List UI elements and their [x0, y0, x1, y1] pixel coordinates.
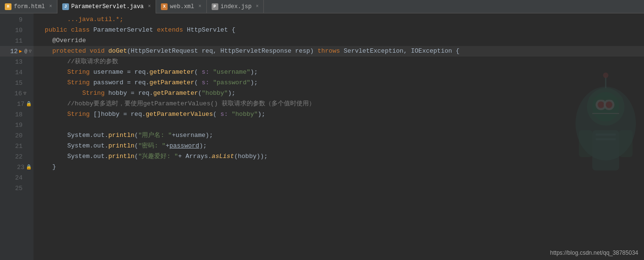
- code-editor[interactable]: ...java.util.*; public class ParameterSe…: [34, 13, 644, 260]
- tab-indexjsp[interactable]: P index.jsp ×: [207, 0, 264, 13]
- line-number-14: 14: [13, 69, 23, 76]
- tab-webxml[interactable]: X web.xml ×: [156, 0, 206, 13]
- margin-line-10: 10: [0, 25, 34, 35]
- code-text-14: String username = req.getParameter( s: "…: [37, 67, 258, 78]
- left-gutter: 9 10 11 12 ▶ @ ▽ 13: [0, 13, 34, 260]
- code-text-20: System.out.println("用户名: "+username);: [37, 130, 213, 141]
- code-line-10: public class ParameterServlet extends Ht…: [34, 25, 644, 35]
- code-line-14: String username = req.getParameter( s: "…: [34, 67, 644, 78]
- gutter-lock-17: 🔒: [26, 101, 32, 107]
- line-number-13: 13: [13, 58, 23, 66]
- editor-container: H form.html × J ParameterServlet.java × …: [0, 0, 644, 260]
- tab-label-indexjsp: index.jsp: [221, 3, 252, 10]
- code-line-9: ...java.util.*;: [34, 14, 644, 25]
- code-line-11: @Override: [34, 35, 644, 46]
- line-number-22: 22: [13, 153, 23, 160]
- margin-line-12: 12 ▶ @ ▽: [0, 46, 34, 57]
- editor-body: 9 10 11 12 ▶ @ ▽ 13: [0, 13, 644, 260]
- code-line-22: System.out.println("兴趣爱好: "+ Arrays.asLi…: [34, 151, 644, 162]
- line-number-17: 17: [15, 101, 24, 108]
- line-number-20: 20: [13, 132, 23, 139]
- code-text-22: System.out.println("兴趣爱好: "+ Arrays.asLi…: [37, 151, 268, 162]
- line-number-11: 11: [13, 37, 23, 45]
- url-watermark: https://blog.csdn.net/qq_38785034: [550, 249, 638, 256]
- margin-line-25: 25: [0, 183, 34, 193]
- margin-line-24: 24: [0, 172, 34, 183]
- line-number-10: 10: [13, 27, 23, 34]
- line-number-16: 16: [12, 90, 22, 97]
- margin-line-16: 16 ▽: [0, 88, 34, 99]
- code-text-12: protected void doGet(HttpServletRequest …: [37, 46, 460, 57]
- code-line-24: [34, 172, 644, 183]
- tab-bar: H form.html × J ParameterServlet.java × …: [0, 0, 644, 13]
- line-number-23: 23: [15, 164, 24, 171]
- code-text-18: String []hobby = req.getParameterValues(…: [37, 109, 265, 120]
- code-line-19: [34, 120, 644, 130]
- code-text-9: ...java.util.*;: [37, 14, 123, 25]
- tab-icon-form: H: [5, 3, 11, 10]
- margin-line-21: 21: [0, 141, 34, 151]
- code-text-21: System.out.println("密码: "+password);: [37, 141, 207, 151]
- line-number-9: 9: [13, 16, 23, 23]
- code-line-21: System.out.println("密码: "+password);: [34, 141, 644, 151]
- code-line-15: String password = req.getParameter( s: "…: [34, 78, 644, 88]
- margin-line-13: 13: [0, 57, 34, 67]
- margin-line-15: 15: [0, 78, 34, 88]
- code-line-18: String []hobby = req.getParameterValues(…: [34, 109, 644, 120]
- line-number-18: 18: [13, 111, 23, 118]
- tab-label-parameterservlet: ParameterServlet.java: [71, 3, 144, 10]
- code-line-20: System.out.println("用户名: "+username);: [34, 130, 644, 141]
- margin-line-11: 11: [0, 35, 34, 46]
- margin-line-9: 9: [0, 14, 34, 25]
- line-number-12: 12: [8, 48, 18, 55]
- tab-label-form: form.html: [14, 3, 45, 10]
- code-text-17: //hobby要多选时，要使用getParameterValues() 获取请求…: [37, 99, 315, 109]
- margin-line-20: 20: [0, 130, 34, 141]
- margin-line-18: 18: [0, 109, 34, 120]
- code-line-23: }: [34, 162, 644, 172]
- code-text-10: public class ParameterServlet extends Ht…: [37, 25, 236, 35]
- code-text-13: //获取请求的参数: [37, 57, 118, 67]
- tab-icon-webxml: X: [161, 3, 168, 10]
- tab-parameterservlet[interactable]: J ParameterServlet.java ×: [57, 0, 156, 13]
- line-number-19: 19: [13, 122, 23, 129]
- code-line-16: String hobby = req.getParameter("hobby")…: [34, 88, 644, 99]
- gutter-fold-16[interactable]: ▽: [23, 90, 26, 96]
- gutter-arrow-12: ▶: [19, 48, 23, 54]
- line-number-25: 25: [13, 185, 23, 192]
- tab-close-indexjsp[interactable]: ×: [256, 4, 259, 9]
- margin-line-23: 23 🔒: [0, 162, 34, 172]
- gutter-at-12: @: [24, 49, 27, 54]
- code-line-13: //获取请求的参数: [34, 57, 644, 67]
- code-line-17: //hobby要多选时，要使用getParameterValues() 获取请求…: [34, 99, 644, 109]
- margin-line-14: 14: [0, 67, 34, 78]
- tab-close-form[interactable]: ×: [49, 4, 52, 9]
- gutter-fold-12[interactable]: ▽: [29, 48, 32, 54]
- tab-form-html[interactable]: H form.html ×: [0, 0, 57, 13]
- line-number-21: 21: [13, 143, 23, 150]
- code-line-12: protected void doGet(HttpServletRequest …: [34, 46, 644, 57]
- code-line-25: [34, 183, 644, 193]
- tab-close-webxml[interactable]: ×: [199, 4, 202, 9]
- gutter-lock-23: 🔒: [26, 164, 32, 170]
- margin-line-17: 17 🔒: [0, 99, 34, 109]
- margin-line-22: 22: [0, 151, 34, 162]
- line-number-15: 15: [13, 79, 23, 87]
- code-text-23: }: [37, 162, 56, 172]
- tab-close-parameterservlet[interactable]: ×: [148, 4, 151, 9]
- tab-icon-parameterservlet: J: [62, 3, 69, 10]
- tab-label-webxml: web.xml: [170, 3, 194, 10]
- line-number-24: 24: [13, 174, 23, 181]
- code-text-15: String password = req.getParameter( s: "…: [37, 78, 258, 88]
- code-text-16: String hobby = req.getParameter("hobby")…: [37, 88, 236, 99]
- tab-icon-indexjsp: P: [212, 3, 218, 10]
- code-text-11: @Override: [37, 35, 86, 46]
- margin-line-19: 19: [0, 120, 34, 130]
